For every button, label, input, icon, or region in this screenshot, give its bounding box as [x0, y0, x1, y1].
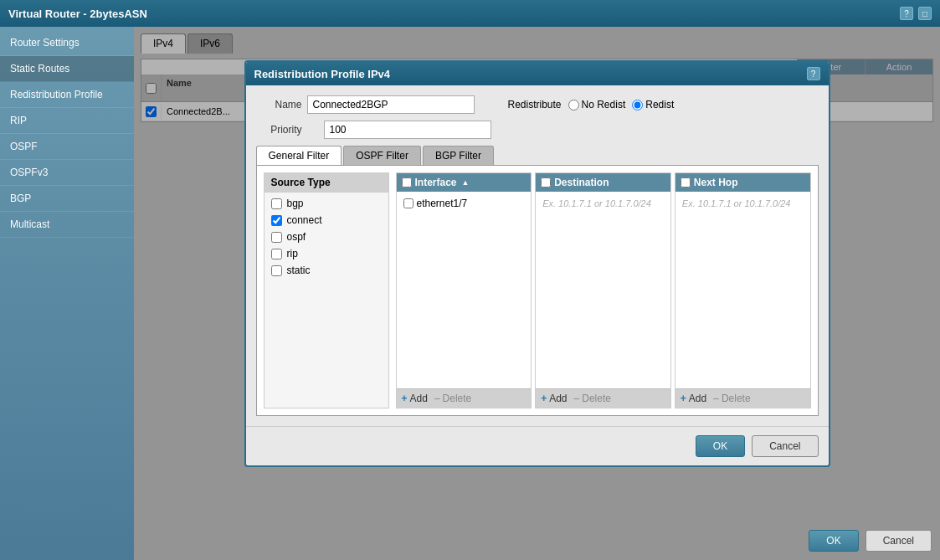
destination-col-header: Destination [536, 173, 670, 192]
interface-col-checkbox[interactable] [402, 177, 412, 188]
destination-delete-button[interactable]: – Delete [574, 393, 611, 404]
source-ospf-checkbox[interactable] [271, 232, 282, 243]
modal-ok-button[interactable]: OK [696, 435, 745, 457]
modal-title: Redistribution Profile IPv4 [254, 68, 391, 80]
modal-footer: OK Cancel [246, 426, 829, 465]
title-bar: Virtual Router - 2bytesASN ? □ [0, 0, 940, 27]
main-content: Router Settings Static Routes Redistribu… [0, 27, 940, 560]
nexthop-delete-button[interactable]: – Delete [713, 393, 750, 404]
sidebar-item-multicast[interactable]: Multicast [0, 212, 134, 238]
filter-columns: Interface ▲ ethernet1/7 [396, 172, 811, 408]
sidebar: Router Settings Static Routes Redistribu… [0, 27, 134, 560]
interface-column: Interface ▲ ethernet1/7 [396, 172, 532, 408]
bottom-buttons: OK Cancel [809, 530, 932, 552]
sidebar-item-redistribution-profile[interactable]: Redistribution Profile [0, 82, 134, 108]
no-redist-radio[interactable] [568, 100, 579, 110]
redist-radio[interactable] [632, 100, 643, 110]
source-connect[interactable]: connect [271, 214, 382, 226]
interface-col-header: Interface ▲ [397, 173, 532, 192]
ok-button[interactable]: OK [809, 530, 858, 552]
source-bgp-checkbox[interactable] [271, 198, 282, 209]
title-bar-icons: ? □ [900, 7, 932, 20]
source-static[interactable]: static [271, 265, 382, 276]
sidebar-item-rip[interactable]: RIP [0, 108, 134, 134]
sidebar-item-bgp[interactable]: BGP [0, 186, 134, 212]
interface-sort-arrow[interactable]: ▲ [462, 178, 470, 187]
sidebar-item-ospfv3[interactable]: OSPFv3 [0, 160, 134, 186]
app-title: Virtual Router - 2bytesASN [8, 8, 147, 20]
cancel-button[interactable]: Cancel [866, 530, 932, 552]
priority-label: Priority [256, 124, 302, 136]
interface-add-button[interactable]: + Add [402, 393, 428, 404]
modal-overlay: Redistribution Profile IPv4 ? Name [134, 27, 940, 560]
destination-column: Destination Ex. 10.1.7.1 or 10.1.7.0/24 … [535, 172, 671, 408]
sidebar-item-router-settings[interactable]: Router Settings [0, 30, 134, 56]
modal-cancel-button[interactable]: Cancel [752, 435, 818, 457]
nexthop-col-header: Next Hop [675, 173, 810, 192]
sidebar-item-ospf[interactable]: OSPF [0, 134, 134, 160]
nexthop-col-footer: + Add – Delete [675, 388, 810, 408]
redistribute-label: Redistribute [508, 99, 562, 110]
tab-ospf-filter[interactable]: OSPF Filter [343, 146, 421, 165]
source-type-items: bgp connect ospf [265, 193, 388, 281]
modal-tabs: General Filter OSPF Filter BGP Filter [256, 146, 819, 165]
nexthop-column: Next Hop Ex. 10.1.7.1 or 10.1.7.0/24 + [675, 172, 811, 408]
source-rip-checkbox[interactable] [271, 249, 282, 259]
source-type-panel: Source Type bgp connect [264, 172, 389, 408]
source-connect-checkbox[interactable] [271, 215, 282, 226]
app-window: Virtual Router - 2bytesASN ? □ Router Se… [0, 0, 940, 560]
modal-title-bar: Redistribution Profile IPv4 ? [246, 62, 829, 85]
destination-col-footer: + Add – Delete [536, 388, 670, 408]
form-row-name: Name Redistribute No Redist [256, 95, 819, 114]
source-static-checkbox[interactable] [271, 265, 282, 276]
source-ospf[interactable]: ospf [271, 231, 382, 243]
tab-general-filter[interactable]: General Filter [256, 146, 342, 165]
redistribution-modal: Redistribution Profile IPv4 ? Name [244, 60, 830, 467]
priority-input[interactable] [324, 121, 491, 139]
interface-col-footer: + Add – Delete [397, 388, 532, 408]
destination-col-checkbox[interactable] [541, 177, 551, 188]
interface-col-body: ethernet1/7 [397, 192, 532, 388]
source-bgp[interactable]: bgp [271, 198, 382, 209]
destination-add-button[interactable]: + Add [541, 393, 567, 404]
source-rip[interactable]: rip [271, 248, 382, 259]
nexthop-col-body: Ex. 10.1.7.1 or 10.1.7.0/24 [675, 192, 810, 388]
destination-col-body: Ex. 10.1.7.1 or 10.1.7.0/24 [536, 192, 670, 388]
tab-bgp-filter[interactable]: BGP Filter [423, 146, 494, 165]
nexthop-col-checkbox[interactable] [681, 177, 691, 188]
redist-option[interactable]: Redist [632, 99, 674, 110]
modal-body: Name Redistribute No Redist [246, 85, 829, 426]
window-icon[interactable]: □ [918, 7, 932, 20]
modal-tab-content: Source Type bgp connect [256, 165, 819, 416]
form-row-priority: Priority [256, 121, 819, 139]
nexthop-placeholder: Ex. 10.1.7.1 or 10.1.7.0/24 [679, 195, 807, 212]
modal-help-icon[interactable]: ? [807, 67, 820, 80]
content-area: IPv4 IPv6 Filter Action Nam [134, 27, 940, 560]
help-icon[interactable]: ? [900, 7, 913, 20]
sidebar-item-static-routes[interactable]: Static Routes [0, 56, 134, 82]
nexthop-add-button[interactable]: + Add [681, 393, 706, 404]
source-type-header: Source Type [265, 173, 388, 193]
name-input[interactable] [307, 95, 475, 114]
interface-row-ethernet: ethernet1/7 [400, 195, 528, 212]
destination-placeholder: Ex. 10.1.7.1 or 10.1.7.0/24 [539, 195, 667, 212]
interface-delete-button[interactable]: – Delete [434, 393, 471, 404]
no-redist-option[interactable]: No Redist [568, 99, 626, 110]
name-label: Name [256, 99, 302, 110]
ethernet-checkbox[interactable] [403, 198, 413, 208]
